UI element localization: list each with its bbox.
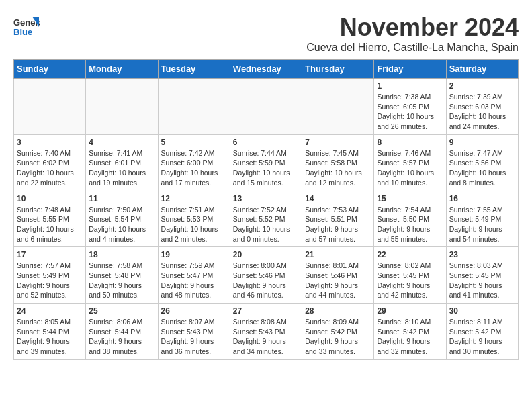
day-number: 26 (161, 306, 227, 316)
calendar-day-cell: 15Sunrise: 7:54 AM Sunset: 5:50 PM Dayli… (374, 191, 446, 247)
day-number: 20 (233, 250, 299, 259)
calendar-day-cell (302, 79, 374, 135)
calendar-week-row: 17Sunrise: 7:57 AM Sunset: 5:49 PM Dayli… (14, 247, 519, 304)
day-info: Sunrise: 7:42 AM Sunset: 6:00 PM Dayligh… (161, 148, 227, 188)
calendar-day-cell: 24Sunrise: 8:05 AM Sunset: 5:44 PM Dayli… (14, 304, 86, 360)
calendar-day-cell: 9Sunrise: 7:47 AM Sunset: 5:56 PM Daylig… (446, 134, 518, 191)
calendar-week-row: 10Sunrise: 7:48 AM Sunset: 5:55 PM Dayli… (14, 191, 519, 247)
day-number: 15 (377, 194, 443, 203)
calendar-day-cell (230, 79, 302, 135)
day-number: 11 (89, 194, 154, 203)
day-info: Sunrise: 7:39 AM Sunset: 6:03 PM Dayligh… (449, 92, 515, 132)
day-info: Sunrise: 8:01 AM Sunset: 5:46 PM Dayligh… (305, 261, 371, 300)
calendar-week-row: 24Sunrise: 8:05 AM Sunset: 5:44 PM Dayli… (14, 304, 519, 360)
calendar-day-cell: 28Sunrise: 8:09 AM Sunset: 5:42 PM Dayli… (302, 304, 374, 360)
month-title: November 2024 (306, 13, 519, 42)
day-info: Sunrise: 8:06 AM Sunset: 5:44 PM Dayligh… (89, 317, 154, 357)
day-info: Sunrise: 8:08 AM Sunset: 5:43 PM Dayligh… (233, 317, 299, 357)
calendar-day-cell: 10Sunrise: 7:48 AM Sunset: 5:55 PM Dayli… (14, 191, 86, 247)
logo: General Blue (13, 13, 43, 40)
day-number: 24 (17, 306, 83, 316)
calendar-day-cell: 11Sunrise: 7:50 AM Sunset: 5:54 PM Dayli… (86, 191, 158, 247)
day-number: 6 (233, 138, 299, 147)
day-info: Sunrise: 8:02 AM Sunset: 5:45 PM Dayligh… (377, 261, 443, 300)
calendar-day-cell: 21Sunrise: 8:01 AM Sunset: 5:46 PM Dayli… (302, 247, 374, 304)
day-number: 7 (305, 138, 371, 147)
day-info: Sunrise: 8:05 AM Sunset: 5:44 PM Dayligh… (17, 317, 83, 357)
day-number: 5 (161, 138, 227, 147)
day-info: Sunrise: 7:59 AM Sunset: 5:47 PM Dayligh… (161, 261, 227, 300)
day-number: 22 (377, 250, 443, 259)
day-info: Sunrise: 8:11 AM Sunset: 5:42 PM Dayligh… (449, 317, 515, 357)
svg-text:Blue: Blue (13, 27, 32, 37)
day-of-week-header: Wednesday (230, 60, 302, 79)
day-info: Sunrise: 7:40 AM Sunset: 6:02 PM Dayligh… (17, 148, 83, 188)
calendar-day-cell: 14Sunrise: 7:53 AM Sunset: 5:51 PM Dayli… (302, 191, 374, 247)
day-number: 13 (233, 194, 299, 203)
day-number: 17 (17, 250, 83, 259)
day-number: 19 (161, 250, 227, 259)
day-info: Sunrise: 8:03 AM Sunset: 5:45 PM Dayligh… (449, 261, 515, 300)
day-number: 14 (305, 194, 371, 203)
calendar-day-cell (14, 79, 86, 135)
day-info: Sunrise: 8:00 AM Sunset: 5:46 PM Dayligh… (233, 261, 299, 300)
calendar-day-cell: 1Sunrise: 7:38 AM Sunset: 6:05 PM Daylig… (374, 79, 446, 135)
day-info: Sunrise: 7:50 AM Sunset: 5:54 PM Dayligh… (89, 205, 154, 244)
day-info: Sunrise: 8:09 AM Sunset: 5:42 PM Dayligh… (305, 317, 371, 357)
day-number: 3 (17, 138, 83, 147)
calendar-day-cell: 4Sunrise: 7:41 AM Sunset: 6:01 PM Daylig… (86, 134, 158, 191)
day-of-week-header: Thursday (302, 60, 374, 79)
calendar-header-row: SundayMondayTuesdayWednesdayThursdayFrid… (14, 60, 519, 79)
day-info: Sunrise: 7:55 AM Sunset: 5:49 PM Dayligh… (449, 205, 515, 244)
calendar-day-cell: 29Sunrise: 8:10 AM Sunset: 5:42 PM Dayli… (374, 304, 446, 360)
calendar-day-cell (158, 79, 230, 135)
day-number: 16 (449, 194, 515, 203)
day-info: Sunrise: 7:54 AM Sunset: 5:50 PM Dayligh… (377, 205, 443, 244)
day-info: Sunrise: 7:47 AM Sunset: 5:56 PM Dayligh… (449, 148, 515, 188)
calendar-day-cell: 27Sunrise: 8:08 AM Sunset: 5:43 PM Dayli… (230, 304, 302, 360)
day-info: Sunrise: 7:58 AM Sunset: 5:48 PM Dayligh… (89, 261, 154, 300)
day-number: 9 (449, 138, 515, 147)
calendar-week-row: 3Sunrise: 7:40 AM Sunset: 6:02 PM Daylig… (14, 134, 519, 191)
day-of-week-header: Saturday (446, 60, 518, 79)
day-info: Sunrise: 8:10 AM Sunset: 5:42 PM Dayligh… (377, 317, 443, 357)
day-number: 28 (305, 306, 371, 316)
day-info: Sunrise: 7:48 AM Sunset: 5:55 PM Dayligh… (17, 205, 83, 244)
day-of-week-header: Monday (86, 60, 158, 79)
calendar-day-cell: 16Sunrise: 7:55 AM Sunset: 5:49 PM Dayli… (446, 191, 518, 247)
day-info: Sunrise: 7:52 AM Sunset: 5:52 PM Dayligh… (233, 205, 299, 244)
day-info: Sunrise: 7:57 AM Sunset: 5:49 PM Dayligh… (17, 261, 83, 300)
day-number: 29 (377, 306, 443, 316)
calendar-day-cell: 23Sunrise: 8:03 AM Sunset: 5:45 PM Dayli… (446, 247, 518, 304)
day-of-week-header: Sunday (14, 60, 86, 79)
calendar-day-cell: 7Sunrise: 7:45 AM Sunset: 5:58 PM Daylig… (302, 134, 374, 191)
logo-icon: General Blue (13, 13, 40, 40)
calendar-day-cell: 13Sunrise: 7:52 AM Sunset: 5:52 PM Dayli… (230, 191, 302, 247)
day-number: 18 (89, 250, 154, 259)
calendar-week-row: 1Sunrise: 7:38 AM Sunset: 6:05 PM Daylig… (14, 79, 519, 135)
day-info: Sunrise: 7:38 AM Sunset: 6:05 PM Dayligh… (377, 92, 443, 132)
day-info: Sunrise: 8:07 AM Sunset: 5:43 PM Dayligh… (161, 317, 227, 357)
calendar-day-cell: 22Sunrise: 8:02 AM Sunset: 5:45 PM Dayli… (374, 247, 446, 304)
calendar-day-cell: 25Sunrise: 8:06 AM Sunset: 5:44 PM Dayli… (86, 304, 158, 360)
calendar-day-cell (86, 79, 158, 135)
day-number: 12 (161, 194, 227, 203)
day-number: 2 (449, 81, 515, 91)
calendar-table: SundayMondayTuesdayWednesdayThursdayFrid… (13, 59, 519, 360)
calendar-day-cell: 3Sunrise: 7:40 AM Sunset: 6:02 PM Daylig… (14, 134, 86, 191)
calendar-day-cell: 26Sunrise: 8:07 AM Sunset: 5:43 PM Dayli… (158, 304, 230, 360)
day-number: 25 (89, 306, 154, 316)
location-subtitle: Cueva del Hierro, Castille-La Mancha, Sp… (306, 42, 519, 54)
title-block: November 2024 Cueva del Hierro, Castille… (306, 13, 519, 54)
calendar-day-cell: 20Sunrise: 8:00 AM Sunset: 5:46 PM Dayli… (230, 247, 302, 304)
day-number: 4 (89, 138, 154, 147)
calendar-day-cell: 12Sunrise: 7:51 AM Sunset: 5:53 PM Dayli… (158, 191, 230, 247)
calendar-day-cell: 5Sunrise: 7:42 AM Sunset: 6:00 PM Daylig… (158, 134, 230, 191)
calendar-day-cell: 2Sunrise: 7:39 AM Sunset: 6:03 PM Daylig… (446, 79, 518, 135)
day-number: 27 (233, 306, 299, 316)
calendar-day-cell: 30Sunrise: 8:11 AM Sunset: 5:42 PM Dayli… (446, 304, 518, 360)
day-of-week-header: Tuesday (158, 60, 230, 79)
day-of-week-header: Friday (374, 60, 446, 79)
day-number: 23 (449, 250, 515, 259)
day-info: Sunrise: 7:53 AM Sunset: 5:51 PM Dayligh… (305, 205, 371, 244)
